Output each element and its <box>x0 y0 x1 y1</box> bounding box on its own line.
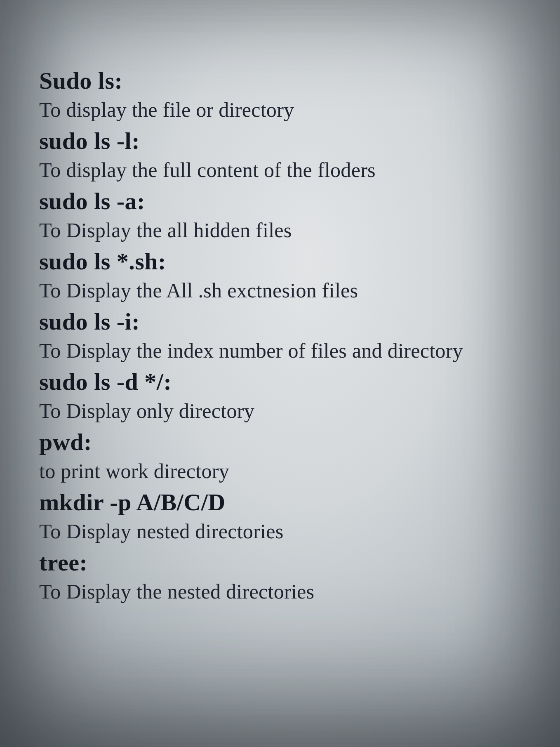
command-text: sudo ls *.sh: <box>39 247 531 277</box>
description-text: To Display the all hidden files <box>39 217 531 245</box>
command-text: mkdir -p A/B/C/D <box>39 488 531 518</box>
entry: mkdir -p A/B/C/D To Display nested direc… <box>39 488 531 545</box>
command-text: sudo ls -a: <box>39 186 531 217</box>
entry: sudo ls -l: To display the full content … <box>39 126 531 184</box>
description-text: To Display only directory <box>39 397 531 425</box>
entry: sudo ls -a: To Display the all hidden fi… <box>39 186 531 244</box>
command-text: Sudo ls: <box>39 66 531 96</box>
entry: tree: To Display the nested directories <box>39 548 531 606</box>
command-text: sudo ls -i: <box>39 307 531 337</box>
entry: sudo ls *.sh: To Display the All .sh exc… <box>39 247 531 304</box>
entry: Sudo ls: To display the file or director… <box>39 66 531 124</box>
command-text: tree: <box>39 548 531 578</box>
description-text: To display the full content of the flode… <box>39 156 531 184</box>
description-text: To Display the nested directories <box>39 578 531 606</box>
command-text: pwd: <box>39 427 531 457</box>
description-text: to print work directory <box>39 457 531 485</box>
description-text: To display the file or directory <box>39 96 531 124</box>
entry: sudo ls -d */: To Display only directory <box>39 367 531 425</box>
entry: sudo ls -i: To Display the index number … <box>39 307 531 365</box>
description-text: To Display nested directories <box>39 518 531 546</box>
entry: pwd: to print work directory <box>39 427 531 485</box>
command-text: sudo ls -d */: <box>39 367 531 397</box>
description-text: To Display the index number of files and… <box>39 337 531 365</box>
description-text: To Display the All .sh exctnesion files <box>39 277 531 305</box>
command-text: sudo ls -l: <box>39 126 531 156</box>
document-page: Sudo ls: To display the file or director… <box>0 0 560 606</box>
